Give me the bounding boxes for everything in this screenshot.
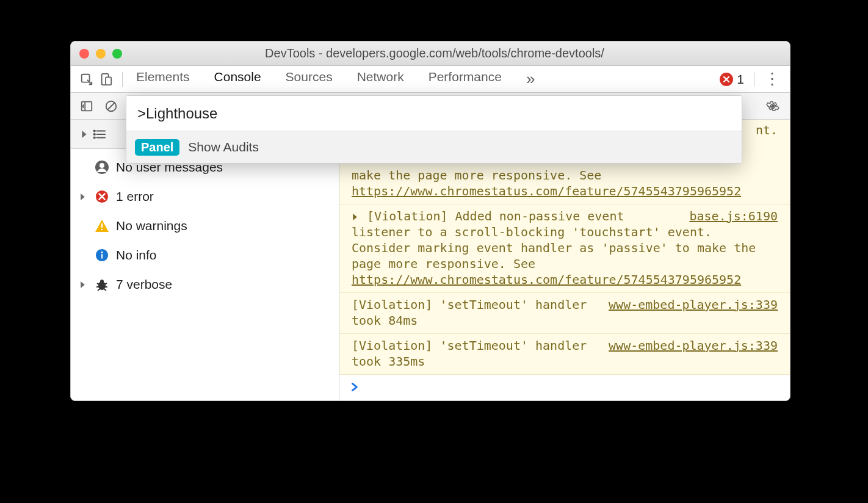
filter-info[interactable]: No info — [71, 241, 339, 270]
console-message[interactable]: base.js:6190 [Violation] Added non-passi… — [339, 204, 790, 293]
svg-point-13 — [94, 137, 95, 138]
command-palette: Panel Show Audits — [126, 95, 742, 164]
info-icon — [94, 248, 110, 262]
filter-warnings[interactable]: No warnings — [71, 211, 339, 241]
inspect-element-icon[interactable] — [77, 70, 96, 89]
tab-network[interactable]: Network — [356, 66, 405, 92]
svg-point-15 — [99, 163, 104, 168]
source-link[interactable]: www-embed-player.js:339 — [609, 338, 778, 353]
message-text: [Violation] 'setTimeout' handler took 33… — [352, 338, 587, 369]
message-link[interactable]: https://www.chromestatus.com/feature/574… — [352, 184, 741, 198]
svg-rect-17 — [101, 223, 103, 228]
user-icon — [94, 160, 110, 175]
error-count: 1 — [737, 72, 744, 87]
titlebar: DevTools - developers.google.com/web/too… — [71, 42, 790, 66]
svg-point-9 — [94, 130, 95, 131]
filter-errors[interactable]: 1 error — [71, 182, 339, 211]
filter-list: No user messages 1 error N — [71, 149, 339, 299]
filter-label: 1 error — [116, 189, 154, 204]
svg-point-11 — [94, 133, 95, 134]
message-text: make the page more responsive. See — [352, 168, 601, 183]
console-message[interactable]: www-embed-player.js:339 [Violation] 'set… — [339, 334, 790, 375]
divider — [754, 72, 754, 87]
toggle-device-toolbar-icon[interactable] — [96, 70, 116, 89]
console-prompt[interactable] — [339, 375, 790, 399]
expand-icon[interactable] — [352, 209, 366, 223]
svg-line-6 — [108, 103, 115, 109]
minimize-window-button[interactable] — [96, 49, 106, 59]
console-settings-icon[interactable] — [763, 96, 783, 116]
svg-rect-20 — [101, 254, 103, 258]
toggle-console-sidebar-icon[interactable] — [77, 96, 96, 116]
svg-point-21 — [101, 252, 103, 253]
message-text: nt. — [756, 122, 778, 138]
tab-performance[interactable]: Performance — [427, 66, 503, 92]
chevron-right-icon — [81, 131, 88, 138]
chevron-right-icon — [79, 281, 88, 288]
bug-icon — [94, 277, 110, 292]
svg-rect-18 — [101, 229, 103, 230]
console-message[interactable]: www-embed-player.js:339 [Violation] 'set… — [339, 293, 790, 334]
command-palette-input[interactable] — [126, 96, 742, 131]
message-text: [Violation] 'setTimeout' handler took 84… — [352, 297, 587, 328]
devtools-window: DevTools - developers.google.com/web/too… — [70, 41, 790, 401]
tabs-overflow[interactable]: » — [525, 66, 536, 92]
message-link[interactable]: https://www.chromestatus.com/feature/574… — [352, 272, 741, 287]
error-icon — [720, 73, 733, 86]
tab-elements[interactable]: Elements — [135, 66, 191, 92]
traffic-lights — [79, 49, 122, 59]
panel-tabs-bar: Elements Console Sources Network Perform… — [71, 66, 790, 93]
close-window-button[interactable] — [79, 49, 89, 59]
filter-label: No warnings — [116, 219, 187, 233]
tab-sources[interactable]: Sources — [284, 66, 334, 92]
clear-console-icon[interactable] — [101, 96, 121, 116]
tab-console[interactable]: Console — [213, 66, 262, 92]
svg-point-23 — [100, 280, 104, 283]
chevron-right-icon — [79, 194, 88, 200]
source-link[interactable]: base.js:6190 — [690, 208, 778, 224]
source-link[interactable]: www-embed-player.js:339 — [609, 297, 778, 313]
window-title: DevTools - developers.google.com/web/too… — [122, 46, 747, 60]
error-count-badge[interactable]: 1 — [720, 72, 744, 87]
settings-menu-icon[interactable]: ⋮ — [764, 70, 780, 89]
result-badge: Panel — [135, 139, 179, 156]
panel-tabs: Elements Console Sources Network Perform… — [135, 66, 536, 92]
maximize-window-button[interactable] — [112, 49, 122, 59]
svg-rect-2 — [106, 77, 111, 85]
divider — [122, 72, 123, 87]
result-label: Show Audits — [188, 140, 259, 154]
filter-verbose[interactable]: 7 verbose — [71, 270, 339, 299]
svg-point-7 — [771, 104, 775, 108]
filter-label: No info — [116, 248, 157, 262]
command-palette-result[interactable]: Panel Show Audits — [126, 131, 742, 163]
warning-icon — [94, 219, 110, 233]
list-icon — [93, 129, 106, 140]
filter-label: 7 verbose — [116, 277, 172, 292]
error-icon — [94, 190, 110, 203]
